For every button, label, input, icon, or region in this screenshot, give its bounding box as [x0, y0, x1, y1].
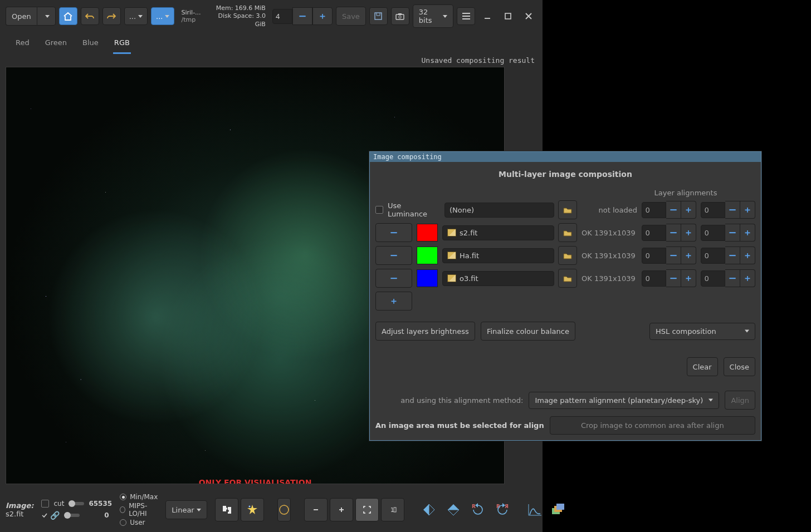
- blue-y-plus[interactable]: ＋: [740, 269, 755, 287]
- redo-button[interactable]: [102, 7, 121, 25]
- lum-y-plus[interactable]: ＋: [740, 201, 755, 219]
- recent-menu-2[interactable]: ...: [151, 7, 174, 25]
- red-color[interactable]: [417, 224, 438, 242]
- tab-blue[interactable]: Blue: [81, 33, 100, 54]
- undo-button[interactable]: [81, 7, 99, 25]
- snapshot-button[interactable]: [391, 7, 409, 25]
- blue-y-minus[interactable]: −: [725, 269, 740, 287]
- red-browse[interactable]: [558, 223, 577, 242]
- mem-label: Mem: 169.6 MiB: [211, 4, 266, 12]
- zoom-out-icon[interactable]: [304, 498, 328, 521]
- blue-browse[interactable]: [558, 269, 577, 288]
- minimize-button[interactable]: [478, 8, 496, 24]
- align-method-select[interactable]: Image pattern alignment (planetary/deep-…: [529, 392, 719, 409]
- bits-menu[interactable]: 32 bits: [413, 4, 453, 28]
- composition-mode-select[interactable]: HSL composition: [649, 323, 755, 340]
- close-dialog-button[interactable]: Close: [724, 357, 755, 376]
- maximize-button[interactable]: [499, 8, 516, 24]
- tool-spiral-icon[interactable]: [277, 498, 291, 521]
- close-button[interactable]: [520, 8, 537, 24]
- green-y-input[interactable]: [701, 248, 725, 264]
- green-x-minus[interactable]: −: [666, 247, 681, 264]
- lum-x-input[interactable]: [642, 202, 666, 218]
- tab-rgb[interactable]: RGB: [113, 33, 131, 54]
- red-remove[interactable]: −: [375, 223, 412, 242]
- red-y-plus[interactable]: ＋: [740, 224, 755, 242]
- green-y-plus[interactable]: ＋: [740, 247, 755, 264]
- histogram-icon[interactable]: [527, 499, 543, 521]
- tab-red[interactable]: Red: [14, 33, 31, 54]
- zoom-plus[interactable]: ＋: [312, 7, 333, 25]
- layer-row-red: − s2.fit OK 1391x1039 −＋ −＋: [375, 223, 755, 242]
- blue-x-minus[interactable]: −: [666, 269, 681, 287]
- zoom-100-icon[interactable]: 1: [381, 498, 404, 521]
- rotate-right-icon[interactable]: RЯ: [491, 499, 514, 521]
- zoom-minus[interactable]: −: [292, 7, 312, 25]
- red-file[interactable]: s2.fit: [442, 225, 554, 240]
- blue-x-input[interactable]: [642, 270, 666, 287]
- open-button[interactable]: Open: [6, 7, 37, 26]
- blue-y-input[interactable]: [701, 270, 725, 287]
- blue-status: OK 1391x1039: [582, 274, 637, 283]
- lum-y-minus[interactable]: −: [725, 201, 740, 219]
- green-file[interactable]: Ha.fit: [442, 248, 554, 263]
- zoom-fit-icon[interactable]: [355, 498, 379, 521]
- svg-marker-13: [423, 504, 429, 515]
- blue-color[interactable]: [417, 269, 438, 287]
- recent-menu-1[interactable]: ...: [124, 7, 148, 25]
- zoom-input[interactable]: [272, 9, 292, 24]
- save-button[interactable]: Save: [336, 7, 366, 26]
- blue-file[interactable]: o3.fit: [442, 271, 554, 286]
- blue-x-plus[interactable]: ＋: [681, 269, 696, 287]
- dialog-heading: Multi-layer image composition: [375, 170, 755, 179]
- green-x-plus[interactable]: ＋: [681, 247, 696, 264]
- hamburger-menu[interactable]: [457, 7, 475, 25]
- red-x-minus[interactable]: −: [666, 224, 681, 242]
- red-y-minus[interactable]: −: [725, 224, 740, 242]
- tool-star-icon[interactable]: [241, 498, 264, 521]
- zoom-in-icon[interactable]: [330, 498, 353, 521]
- tab-green[interactable]: Green: [44, 33, 68, 54]
- use-luminance-checkbox[interactable]: [375, 206, 383, 214]
- layers-icon[interactable]: [550, 499, 565, 521]
- open-menu-button[interactable]: [37, 7, 56, 26]
- scaling-mode-menu[interactable]: Linear: [165, 500, 207, 519]
- flip-v-icon[interactable]: [442, 499, 465, 521]
- green-color[interactable]: [417, 247, 438, 264]
- finalize-balance-button[interactable]: Finalize colour balance: [481, 322, 575, 341]
- crop-after-align-button[interactable]: Crop image to common area after align: [550, 416, 755, 435]
- red-x-input[interactable]: [642, 225, 666, 241]
- lum-y-input[interactable]: [701, 202, 725, 218]
- cut-checkbox[interactable]: [41, 500, 49, 508]
- green-y-minus[interactable]: −: [725, 247, 740, 264]
- add-layer-button[interactable]: ＋: [375, 292, 412, 311]
- luminance-browse[interactable]: [558, 200, 577, 219]
- lum-x-minus[interactable]: −: [666, 201, 681, 219]
- blue-remove[interactable]: −: [375, 269, 412, 288]
- save-tool-1[interactable]: [369, 7, 388, 25]
- green-browse[interactable]: [558, 246, 577, 265]
- radio-user[interactable]: [120, 519, 126, 526]
- green-x-input[interactable]: [642, 248, 666, 264]
- radio-minmax[interactable]: [120, 494, 126, 500]
- lo-slider[interactable]: [64, 514, 80, 517]
- luminance-file[interactable]: (None): [444, 203, 554, 218]
- clear-button[interactable]: Clear: [687, 357, 718, 376]
- svg-text:Я: Я: [505, 504, 509, 509]
- hi-slider[interactable]: [69, 502, 84, 505]
- rotate-left-icon[interactable]: R: [467, 499, 489, 521]
- red-x-plus[interactable]: ＋: [681, 224, 696, 242]
- green-remove[interactable]: −: [375, 246, 412, 265]
- home-button[interactable]: [59, 7, 77, 25]
- link-icon[interactable]: 🔗: [50, 511, 60, 520]
- cut-label: cut: [53, 500, 64, 508]
- radio-mips[interactable]: [120, 506, 125, 513]
- scale-radio-group: Min/Max MIPS-LO/HI User: [120, 493, 158, 526]
- adjust-brightness-button[interactable]: Adjust layers brightness: [375, 322, 475, 341]
- tool-puzzle-icon[interactable]: [215, 498, 238, 521]
- red-y-input[interactable]: [701, 225, 725, 241]
- open-split: Open: [6, 7, 56, 26]
- align-button[interactable]: Align: [725, 391, 755, 410]
- lum-x-plus[interactable]: ＋: [681, 201, 696, 219]
- flip-h-icon[interactable]: [418, 499, 440, 521]
